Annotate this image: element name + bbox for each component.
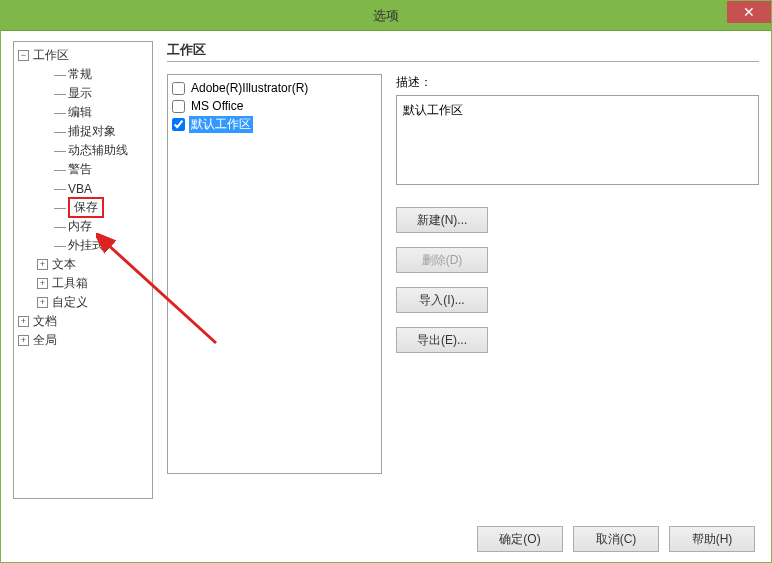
lists-row: Adobe(R)Illustrator(R)MS Office默认工作区 描述：…	[167, 74, 759, 474]
options-dialog: 选项 ✕ − 工作区 —常规—显示—编辑—捕捉对象—动态辅助线—警告—VBA—保…	[0, 0, 772, 563]
tree-node[interactable]: —外挂式	[14, 236, 152, 255]
main-panel: 工作区 Adobe(R)Illustrator(R)MS Office默认工作区…	[153, 41, 759, 499]
tree-bullet-icon: —	[54, 220, 66, 234]
tree-label: 全局	[33, 332, 57, 349]
tree-bullet-icon: —	[54, 163, 66, 177]
workspace-checkbox[interactable]	[172, 100, 185, 113]
tree-label: 工作区	[33, 47, 69, 64]
window-title: 选项	[373, 7, 399, 25]
tree-bullet-icon: —	[54, 201, 66, 215]
expand-icon[interactable]: +	[18, 316, 29, 327]
list-item-label: Adobe(R)Illustrator(R)	[189, 81, 310, 95]
ok-button[interactable]: 确定(O)	[477, 526, 563, 552]
tree-label: 编辑	[68, 104, 92, 121]
content-area: − 工作区 —常规—显示—编辑—捕捉对象—动态辅助线—警告—VBA—保存—内存—…	[1, 31, 771, 509]
workspace-checkbox[interactable]	[172, 82, 185, 95]
tree-node[interactable]: —编辑	[14, 103, 152, 122]
tree-label: 常规	[68, 66, 92, 83]
expand-icon[interactable]: +	[37, 259, 48, 270]
tree-bullet-icon: —	[54, 239, 66, 253]
tree-label: 内存	[68, 218, 92, 235]
description-box: 默认工作区	[396, 95, 759, 185]
description-label: 描述：	[396, 74, 759, 91]
tree-bullet-icon: —	[54, 87, 66, 101]
new-button[interactable]: 新建(N)...	[396, 207, 488, 233]
expand-icon[interactable]: +	[37, 297, 48, 308]
cancel-button[interactable]: 取消(C)	[573, 526, 659, 552]
list-item-label: 默认工作区	[189, 116, 253, 133]
tree-label: 自定义	[52, 294, 88, 311]
close-button[interactable]: ✕	[727, 1, 771, 23]
description-text: 默认工作区	[403, 103, 463, 117]
tree-node[interactable]: —保存	[14, 198, 152, 217]
tree-node[interactable]: —内存	[14, 217, 152, 236]
category-tree[interactable]: − 工作区 —常规—显示—编辑—捕捉对象—动态辅助线—警告—VBA—保存—内存—…	[13, 41, 153, 499]
titlebar: 选项 ✕	[1, 1, 771, 31]
import-button[interactable]: 导入(I)...	[396, 287, 488, 313]
tree-node[interactable]: +全局	[14, 331, 152, 350]
tree-node[interactable]: —VBA	[14, 179, 152, 198]
dialog-footer: 确定(O) 取消(C) 帮助(H)	[477, 526, 755, 552]
tree-node[interactable]: —捕捉对象	[14, 122, 152, 141]
collapse-icon[interactable]: −	[18, 50, 29, 61]
tree-label: 工具箱	[52, 275, 88, 292]
tree-bullet-icon: —	[54, 106, 66, 120]
expand-icon[interactable]: +	[37, 278, 48, 289]
tree-node[interactable]: +自定义	[14, 293, 152, 312]
tree-node[interactable]: +文本	[14, 255, 152, 274]
tree-label: VBA	[68, 182, 92, 196]
tree-bullet-icon: —	[54, 125, 66, 139]
expand-icon[interactable]: +	[18, 335, 29, 346]
highlight-annotation: 保存	[68, 197, 104, 218]
right-column: 描述： 默认工作区 新建(N)... 删除(D) 导入(I)... 导出(E).…	[396, 74, 759, 474]
tree-bullet-icon: —	[54, 144, 66, 158]
workspace-list[interactable]: Adobe(R)Illustrator(R)MS Office默认工作区	[167, 74, 382, 474]
export-button[interactable]: 导出(E)...	[396, 327, 488, 353]
tree-bullet-icon: —	[54, 68, 66, 82]
section-title: 工作区	[167, 41, 759, 62]
tree-node[interactable]: +工具箱	[14, 274, 152, 293]
list-item-label: MS Office	[189, 99, 245, 113]
help-button[interactable]: 帮助(H)	[669, 526, 755, 552]
tree-node[interactable]: +文档	[14, 312, 152, 331]
tree-label: 文本	[52, 256, 76, 273]
tree-label: 显示	[68, 85, 92, 102]
tree-node[interactable]: —动态辅助线	[14, 141, 152, 160]
tree-label: 外挂式	[68, 237, 104, 254]
tree-label: 动态辅助线	[68, 142, 128, 159]
tree-bullet-icon: —	[54, 182, 66, 196]
workspace-checkbox[interactable]	[172, 118, 185, 131]
tree-label: 警告	[68, 161, 92, 178]
tree-node[interactable]: —显示	[14, 84, 152, 103]
list-item[interactable]: MS Office	[172, 97, 377, 115]
tree-node[interactable]: —常规	[14, 65, 152, 84]
tree-label: 文档	[33, 313, 57, 330]
list-item[interactable]: 默认工作区	[172, 115, 377, 133]
tree-node[interactable]: —警告	[14, 160, 152, 179]
tree-node-workspace[interactable]: − 工作区	[14, 46, 152, 65]
list-item[interactable]: Adobe(R)Illustrator(R)	[172, 79, 377, 97]
delete-button: 删除(D)	[396, 247, 488, 273]
tree-label: 捕捉对象	[68, 123, 116, 140]
close-icon: ✕	[743, 4, 755, 20]
tree-label: 保存	[74, 200, 98, 214]
